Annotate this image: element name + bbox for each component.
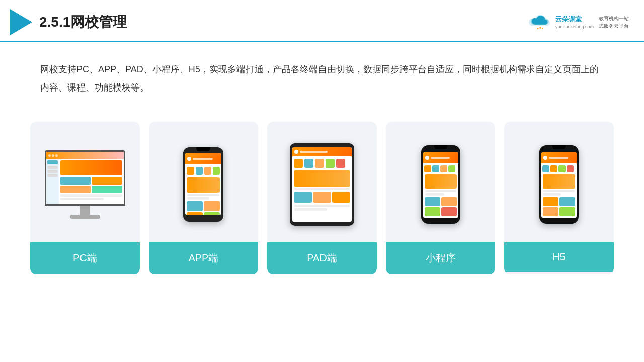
header-left: 2.5.1网校管理: [10, 9, 127, 35]
brand-domain: yunduoketang.com: [555, 24, 594, 30]
app-card: APP端: [149, 122, 259, 274]
description-paragraph: 网校支持PC、APP、PAD、小程序、H5，实现多端打通，产品各终端自由切换，数…: [40, 60, 604, 97]
phone-tall-notch: [434, 145, 447, 149]
device-cards-section: PC端: [0, 112, 644, 289]
app-image-area: [149, 122, 259, 242]
page-header: 2.5.1网校管理 云朵课堂 yunduoketang.com 教育机构一站 式…: [0, 0, 644, 42]
description-text: 网校支持PC、APP、PAD、小程序、H5，实现多端打通，产品各终端自由切换，数…: [0, 42, 644, 107]
miniprogram-label: 小程序: [386, 242, 496, 274]
pc-label: PC端: [30, 242, 140, 274]
pad-image-area: [267, 122, 377, 242]
h5-label: H5: [504, 242, 614, 272]
monitor-screen: [45, 150, 125, 206]
logo-triangle-icon: [10, 9, 32, 35]
brand-text: 云朵课堂 yunduoketang.com: [555, 15, 594, 30]
svg-point-1: [542, 28, 543, 29]
brand-container: 云朵课堂 yunduoketang.com 教育机构一站 式服务云平台: [528, 13, 629, 31]
pad-device: [290, 143, 354, 226]
phone-notch: [196, 147, 210, 151]
h5-phone: [539, 145, 579, 224]
svg-point-0: [539, 27, 541, 29]
miniprogram-screen: [423, 152, 458, 218]
pad-label: PAD端: [267, 242, 377, 274]
app-screen: [185, 153, 221, 215]
app-phone: [183, 147, 223, 222]
monitor-neck: [80, 206, 90, 215]
miniprogram-card: 小程序: [386, 122, 496, 274]
miniprogram-image-area: [386, 122, 496, 242]
h5-image-area: [504, 122, 614, 242]
brand-tagline: 教育机构一站 式服务云平台: [599, 15, 629, 30]
h5-phone-notch: [552, 145, 566, 149]
pc-card: PC端: [30, 122, 140, 274]
pad-card: PAD端: [267, 122, 377, 274]
h5-screen: [541, 152, 577, 218]
page-title: 2.5.1网校管理: [39, 13, 127, 32]
miniprogram-phone: [421, 145, 460, 224]
h5-card: H5: [504, 122, 614, 274]
svg-point-2: [537, 28, 538, 29]
brand-logo: 云朵课堂 yunduoketang.com 教育机构一站 式服务云平台: [528, 13, 629, 31]
pad-screen: [292, 147, 352, 222]
monitor-base: [70, 215, 100, 219]
app-label: APP端: [149, 242, 259, 274]
cloud-icon: [528, 13, 552, 31]
pc-monitor: [45, 150, 125, 219]
pc-image-area: [30, 122, 140, 242]
brand-name: 云朵课堂: [555, 15, 594, 24]
